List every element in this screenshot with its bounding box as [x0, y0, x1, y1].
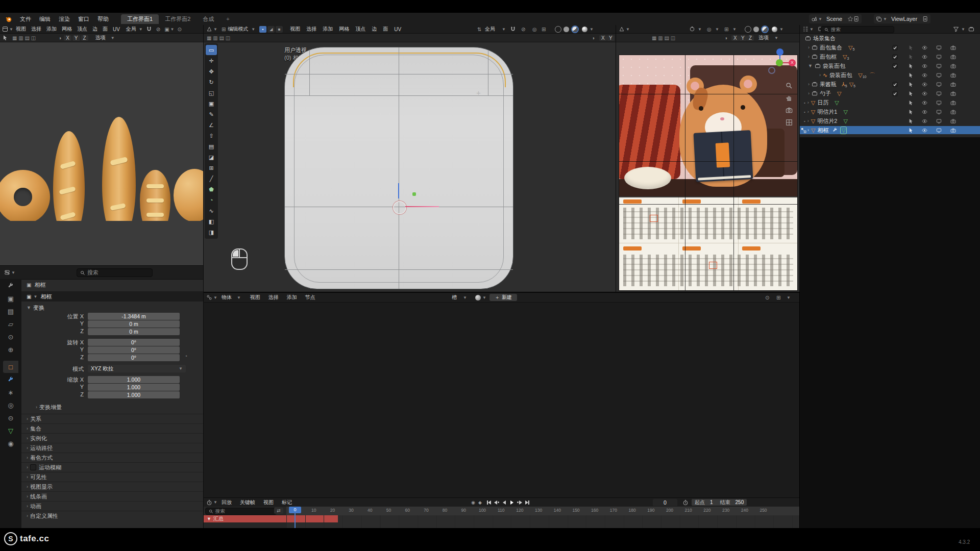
breadcrumb-object[interactable]: 相框 [34, 281, 45, 289]
outliner-row-bagged-bread-collection[interactable]: ▼ 袋装面包 [800, 62, 980, 70]
tool-inset[interactable]: ▤ [206, 141, 217, 152]
disable-viewport-icon[interactable] [936, 45, 942, 51]
select-mode-icons[interactable]: ▦ ▥ ▤ ◫ [207, 35, 230, 41]
mirror-x-toggle[interactable]: X [64, 35, 71, 41]
disable-render-icon[interactable] [950, 54, 956, 60]
selectable-toggle-icon[interactable] [908, 91, 914, 96]
disable-render-icon[interactable] [950, 128, 956, 133]
disable-viewport-icon[interactable] [936, 100, 942, 106]
scale-z-field[interactable]: 1.000 [88, 391, 180, 398]
disable-viewport-icon[interactable] [936, 63, 942, 69]
tool-edge-slide[interactable]: ◧ [206, 216, 217, 227]
playhead-label[interactable]: 0 [289, 507, 301, 513]
shading-solid-button[interactable] [564, 27, 569, 32]
menu-view[interactable]: 视图 [246, 294, 264, 301]
channel-search-input[interactable]: 搜索 [205, 508, 277, 515]
new-scene-icon[interactable] [853, 16, 860, 22]
menu-vertex[interactable]: 顶点 [75, 26, 90, 33]
section-instancing[interactable]: ›实例化 [21, 433, 203, 443]
orientation-dropdown[interactable]: 全局 [125, 26, 138, 33]
xray-toggle-icon[interactable]: ⊞ [542, 27, 546, 32]
snap-icon[interactable] [510, 26, 516, 32]
mode-dropdown[interactable]: 编辑模式 [226, 26, 250, 33]
hide-viewport-icon[interactable] [922, 82, 927, 87]
mirror-x-toggle[interactable]: X [599, 35, 607, 41]
outliner-display-mode-icon[interactable] [802, 26, 808, 32]
tab-scene[interactable]: ⊙ [3, 331, 18, 343]
workspace-tab-1[interactable]: 工作界面1 [121, 14, 159, 24]
section-visibility[interactable]: ›可见性 [21, 472, 203, 482]
outliner-row-bread-collection[interactable]: › 面包集合 ▽5 [800, 43, 980, 52]
menu-select[interactable]: 选择 [264, 294, 283, 301]
section-transform-delta[interactable]: › 变换增量 [21, 403, 203, 412]
menu-edge[interactable]: 边 [90, 26, 100, 33]
rotation-z-field[interactable]: 0° [88, 354, 180, 361]
gizmo-z-axis-ball[interactable] [776, 48, 783, 56]
hide-viewport-icon[interactable] [922, 100, 927, 106]
tool-options-dropdown[interactable]: 选项 [757, 34, 770, 41]
hide-viewport-icon[interactable] [922, 128, 927, 133]
gizmo-negative-axis-ball[interactable] [768, 67, 775, 74]
disable-render-icon[interactable] [950, 109, 956, 115]
filter-toggle-icon[interactable]: ⇄ [274, 508, 283, 514]
tool-bevel[interactable]: ◪ [206, 152, 217, 162]
tab-tool[interactable] [3, 280, 18, 292]
editor-type-icon[interactable] [206, 499, 212, 506]
pin-icon[interactable] [847, 16, 853, 22]
hide-viewport-icon[interactable] [922, 91, 927, 96]
tab-render[interactable]: ▣ [3, 292, 18, 305]
auto-keying-icon[interactable]: ◉ [471, 500, 475, 505]
outliner-row-jam-jar[interactable]: › 果酱瓶 ⅄5 ▽5 [800, 80, 980, 88]
editor-type-icon[interactable] [619, 26, 625, 32]
keying-set-icon[interactable]: ◆ [478, 500, 482, 505]
menu-keying[interactable]: 关键帧 [236, 499, 259, 506]
outliner-search-input[interactable]: 搜索 [821, 26, 894, 33]
shading-rendered-button[interactable] [772, 27, 777, 32]
selectable-toggle-icon[interactable] [908, 45, 914, 51]
menu-playback[interactable]: 回放 [217, 499, 236, 506]
disable-viewport-icon[interactable] [936, 109, 942, 115]
gizmo-settings-icon[interactable] [689, 26, 695, 32]
selectable-toggle-icon[interactable] [908, 109, 914, 115]
outliner-row-bread-frame[interactable]: › 面包框 ▽3 [800, 53, 980, 61]
disable-render-icon[interactable] [950, 100, 956, 106]
scale-x-field[interactable]: 1.000 [88, 376, 180, 383]
menu-vertex[interactable]: 顶点 [352, 26, 369, 33]
start-frame-field[interactable]: 1 [710, 499, 713, 505]
rotation-mode-dropdown[interactable]: XYZ 欧拉 ▼ [88, 365, 186, 372]
disable-viewport-icon[interactable] [936, 54, 942, 60]
menu-add[interactable]: 添加 [320, 26, 336, 33]
jump-to-end-button[interactable] [524, 499, 531, 506]
section-line-art[interactable]: ›线条画 [21, 491, 203, 501]
visibility-icon[interactable]: ⊙ [178, 27, 182, 32]
mirror-z-toggle[interactable]: Z [81, 35, 88, 41]
menu-mesh[interactable]: 网格 [59, 26, 75, 33]
tool-poly-build[interactable]: ⬟ [206, 184, 217, 194]
mirror-icon[interactable]: ◑ [58, 35, 61, 41]
tab-object-data[interactable]: ▽ [3, 424, 18, 437]
tool-loop-cut[interactable]: ⊞ [206, 163, 217, 173]
tab-physics[interactable]: ◎ [3, 399, 18, 411]
gizmo-y-axis-ball[interactable] [776, 59, 783, 66]
viewlayer-selector[interactable]: ▼ ViewLayer [874, 14, 930, 23]
timeline-ruler[interactable]: 0102030405060708090100110120130140150160… [286, 507, 799, 515]
snap-icon[interactable] [146, 26, 152, 32]
disable-render-icon[interactable] [950, 45, 956, 51]
tool-cursor[interactable]: ✛ [206, 56, 217, 66]
location-x-field[interactable]: -1.3484 m [88, 313, 180, 320]
overlays-icon[interactable]: ◎ [532, 27, 537, 32]
tab-material[interactable]: ◉ [3, 437, 18, 449]
select-mode-edge-button[interactable]: ◢ [267, 26, 275, 33]
select-mode-face-button[interactable]: ■ [276, 26, 283, 33]
disable-viewport-icon[interactable] [936, 72, 942, 78]
new-material-button[interactable]: ＋ 新建 [489, 294, 517, 301]
play-button[interactable] [508, 499, 516, 506]
navigation-gizmo[interactable]: X [767, 48, 796, 77]
new-collection-icon[interactable] [968, 26, 974, 32]
hide-viewport-icon[interactable] [922, 118, 927, 124]
hide-viewport-icon[interactable] [922, 72, 927, 78]
outliner-row-bagged-bread-object[interactable]: › ∿ 袋装面包 ▽10 ⌒ [800, 71, 980, 79]
section-relations[interactable]: ›关系 [21, 414, 203, 423]
outliner-row-postcard-2[interactable]: • › ▽ 明信片2 ▽ [800, 117, 980, 125]
perspective-toggle-icon[interactable] [786, 119, 793, 126]
